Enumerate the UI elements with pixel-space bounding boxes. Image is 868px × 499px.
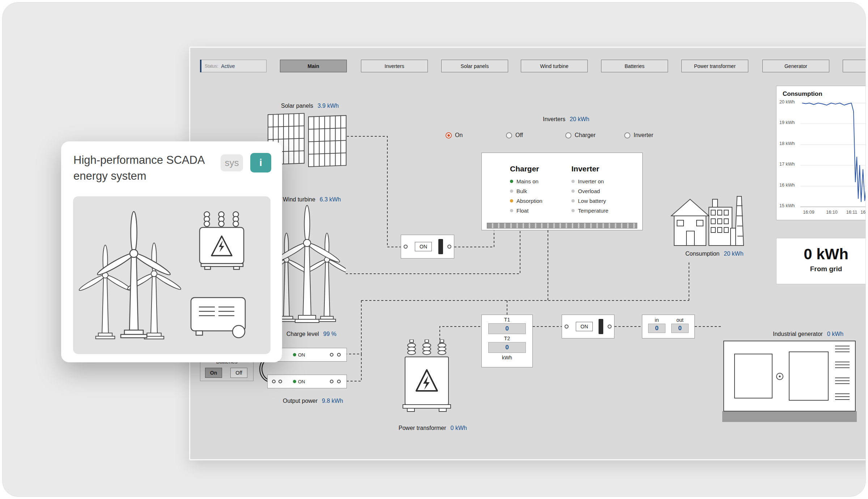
t-meter-unit: kWh xyxy=(482,355,532,361)
inverter-on-indicator xyxy=(571,180,575,183)
charger-inverter-panel: Charger Mains on Bulk Absorption Float I… xyxy=(481,153,643,230)
status-accent-bar xyxy=(200,60,201,72)
float-label: Float xyxy=(516,208,528,214)
batteries-off-button[interactable]: Off xyxy=(230,368,247,378)
chart-plot xyxy=(800,99,866,209)
bulk-label: Bulk xyxy=(516,188,527,194)
switch-transformer[interactable]: ON xyxy=(562,315,614,338)
inverters-label: Inverters20 kWh xyxy=(543,116,590,123)
tab-consumers[interactable]: Con xyxy=(843,60,866,72)
terminal-dot xyxy=(278,380,282,383)
tab-generator[interactable]: Generator xyxy=(762,60,829,72)
radio-charger[interactable]: Charger xyxy=(565,131,596,140)
switch-solar-toggle[interactable] xyxy=(438,239,443,254)
t1-label: T1 xyxy=(482,317,532,323)
desktop-background: Status: Active Main Inverters Solar pane… xyxy=(2,2,866,497)
wind-turbine-value: 6.3 kWh xyxy=(320,196,341,203)
in-display: 0 xyxy=(648,324,665,333)
inverter-status-column: Inverter Inverter on Overload Low batter… xyxy=(571,165,629,217)
chart-ytick: 19 kWh xyxy=(779,120,795,125)
consumption-line xyxy=(802,103,866,202)
tab-power-transformer[interactable]: Power transformer xyxy=(681,60,748,72)
t1-display: 0 xyxy=(488,323,526,334)
generator-illustration xyxy=(191,298,245,338)
temperature-label: Temperature xyxy=(578,208,608,214)
terminal-dot xyxy=(330,353,333,357)
terminal-dot xyxy=(608,325,612,329)
solar-panels-value: 3.9 kWh xyxy=(318,103,339,109)
status-field[interactable]: Status: Active xyxy=(200,60,267,72)
tab-batteries[interactable]: Batteries xyxy=(601,60,668,72)
battery-1-status-dot xyxy=(293,353,296,357)
radio-on-label: On xyxy=(455,132,463,138)
terminal-dot xyxy=(404,245,408,249)
industrial-generator-icon xyxy=(722,340,857,422)
switch-transformer-label: ON xyxy=(576,322,593,331)
radio-off[interactable]: Off xyxy=(506,131,523,140)
from-grid-panel: 0 kWh From grid xyxy=(776,238,866,284)
temperature-indicator xyxy=(571,209,575,212)
terminal-dot xyxy=(565,325,569,329)
solar-panels-label: Solar panels3.9 kWh xyxy=(281,103,339,109)
tab-main[interactable]: Main xyxy=(280,60,347,72)
terminal-dot xyxy=(330,380,333,383)
battery-unit-2: ON xyxy=(267,375,347,388)
sys-badge: sys xyxy=(221,154,243,171)
chart-ytick: 15 kWh xyxy=(779,203,795,208)
industrial-generator-label: Industrial generator0 kWh xyxy=(773,331,843,337)
radio-on[interactable]: On xyxy=(446,131,463,140)
radio-inverter[interactable]: Inverter xyxy=(624,131,653,140)
tab-solar-panels[interactable]: Solar panels xyxy=(441,60,508,72)
from-grid-caption: From grid xyxy=(776,265,866,273)
charger-title: Charger xyxy=(510,165,568,173)
switch-solar-label: ON xyxy=(415,242,432,251)
transformer-illustration xyxy=(200,212,244,270)
output-power-value: 9.8 kWh xyxy=(322,398,343,404)
absorption-indicator xyxy=(510,199,513,202)
in-out-meter: in 0 out 0 xyxy=(642,315,695,338)
power-transformer-value: 0 kWh xyxy=(451,425,467,431)
battery-2-status-dot xyxy=(293,380,296,383)
chart-xtick: 16:12 xyxy=(860,210,866,215)
in-label: in xyxy=(645,317,668,323)
radio-off-label: Off xyxy=(515,132,523,138)
chart-ytick: 16 kWh xyxy=(779,183,795,188)
float-indicator xyxy=(510,209,513,212)
chart-xtick: 16:11 xyxy=(846,210,857,215)
t2-label: T2 xyxy=(482,336,532,341)
chart-ytick: 17 kWh xyxy=(779,162,795,167)
info-button[interactable]: i xyxy=(250,153,271,172)
chart-ytick: 18 kWh xyxy=(779,141,795,146)
card-illustration xyxy=(73,196,271,354)
output-power-label: Output power9.8 kWh xyxy=(283,398,343,404)
switch-transformer-toggle[interactable] xyxy=(599,319,603,334)
power-transformer-icon xyxy=(402,340,451,423)
from-grid-value: 0 kWh xyxy=(776,246,866,263)
radio-inverter-label: Inverter xyxy=(634,132,653,138)
wind-turbine-label: Wind turbine6.3 kWh xyxy=(283,196,341,203)
radio-charger-label: Charger xyxy=(575,132,596,138)
radio-on-circle xyxy=(446,132,452,138)
tab-inverters[interactable]: Inverters xyxy=(361,60,428,72)
tab-wind-turbine[interactable]: Wind turbine xyxy=(521,60,588,72)
chart-xtick: 16:09 xyxy=(803,210,814,215)
switch-solar[interactable]: ON xyxy=(401,235,454,259)
industrial-generator-value: 0 kWh xyxy=(827,331,843,337)
batteries-on-button[interactable]: On xyxy=(205,368,222,378)
inverter-title: Inverter xyxy=(571,165,629,173)
out-display: 0 xyxy=(671,324,689,333)
t2-display: 0 xyxy=(488,342,526,353)
terminal-strip xyxy=(487,223,637,229)
low-battery-label: Low battery xyxy=(578,198,606,204)
low-battery-indicator xyxy=(571,199,575,202)
terminal-dot xyxy=(337,353,341,357)
consumption-chart-panel: Consumption 20 kWh 19 kWh 18 kWh 17 kWh … xyxy=(776,86,866,220)
out-label: out xyxy=(668,317,692,323)
consumption-buildings-icon xyxy=(670,193,748,247)
screenshot-root: Status: Active Main Inverters Solar pane… xyxy=(0,0,868,499)
card-title: High-performance SCADA energy system xyxy=(73,152,218,184)
power-transformer-label: Power transformer0 kWh xyxy=(399,425,467,431)
terminal-dot xyxy=(337,380,341,383)
energy-illustration xyxy=(73,196,271,354)
chart-xtick: 16:10 xyxy=(826,210,837,215)
